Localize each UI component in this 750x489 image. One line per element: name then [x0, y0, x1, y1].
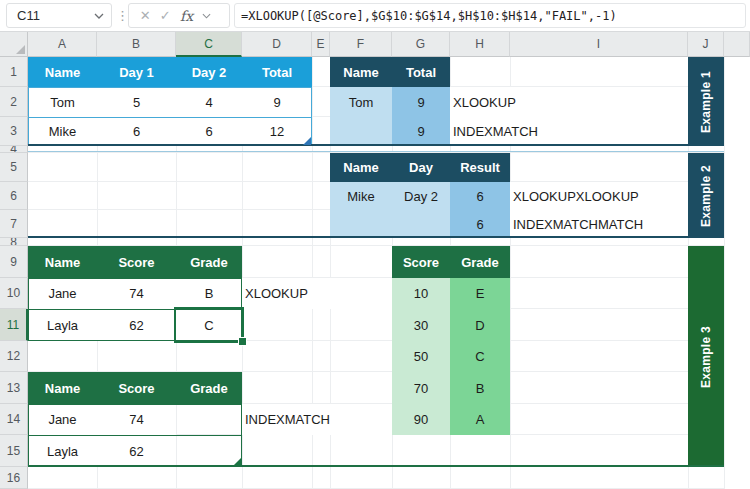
column-header-A[interactable]: A	[28, 32, 97, 57]
select-all-corner[interactable]	[0, 32, 28, 57]
column-header-G[interactable]: G	[392, 32, 450, 57]
column-header-H[interactable]: H	[450, 32, 510, 57]
cell-G12[interactable]: 50	[392, 341, 450, 372]
row-header-16[interactable]: 16	[0, 467, 28, 489]
cell-A13[interactable]: Name	[28, 372, 97, 404]
cell-G5[interactable]: Day	[392, 153, 450, 182]
chevron-down-icon[interactable]	[94, 13, 104, 19]
cell-J5[interactable]: Example 2	[688, 153, 724, 238]
cell-H10[interactable]: E	[450, 278, 510, 309]
cell-H7[interactable]: 6	[450, 210, 510, 238]
cell-F5[interactable]: Name	[330, 153, 392, 182]
cell-G13[interactable]: 70	[392, 372, 450, 404]
cell-B9[interactable]: Score	[97, 246, 176, 278]
cell-A3[interactable]: Mike	[28, 117, 97, 146]
cell-G7[interactable]	[392, 210, 450, 238]
column-header-F[interactable]: F	[330, 32, 392, 57]
cell-A15[interactable]: Layla	[28, 435, 97, 467]
cell-H13[interactable]: B	[450, 372, 510, 404]
row-header-9[interactable]: 9	[0, 246, 28, 278]
cell-G2[interactable]: 9	[392, 87, 450, 117]
confirm-icon[interactable]: ✓	[160, 8, 171, 23]
cell-H2[interactable]: XLOOKUP	[450, 87, 688, 117]
row-header-13[interactable]: 13	[0, 372, 28, 404]
cell-F6[interactable]: Mike	[330, 182, 392, 210]
cell-C13[interactable]: Grade	[176, 372, 242, 404]
cell-C9[interactable]: Grade	[176, 246, 242, 278]
cell-D14[interactable]: INDEXMATCH	[242, 404, 392, 435]
cell-G1[interactable]: Total	[392, 57, 450, 87]
cell-B14[interactable]: 74	[97, 404, 176, 435]
cell-D1[interactable]: Total	[242, 57, 312, 87]
cell-B10[interactable]: 74	[97, 278, 176, 309]
cell-D10[interactable]: XLOOKUP	[242, 278, 392, 309]
cell-B3[interactable]: 6	[97, 117, 176, 146]
cell-C2[interactable]: 4	[176, 87, 242, 117]
cell-B13[interactable]: Score	[97, 372, 176, 404]
cell-F1[interactable]: Name	[330, 57, 392, 87]
cell-H6[interactable]: 6	[450, 182, 510, 210]
cell-G6[interactable]: Day 2	[392, 182, 450, 210]
column-header-I[interactable]: I	[510, 32, 688, 57]
column-header-E[interactable]: E	[312, 32, 330, 57]
cancel-icon[interactable]: ✕	[140, 8, 151, 23]
cell-A14[interactable]: Jane	[28, 404, 97, 435]
row-header-7[interactable]: 7	[0, 210, 28, 238]
cell-C10[interactable]: B	[176, 278, 242, 309]
cell-F7[interactable]	[330, 210, 392, 238]
cell-H11[interactable]: D	[450, 309, 510, 341]
cell-G11[interactable]: 30	[392, 309, 450, 341]
cell-G9[interactable]: Score	[392, 246, 450, 278]
cell-H12[interactable]: C	[450, 341, 510, 372]
cell-B1[interactable]: Day 1	[97, 57, 176, 87]
column-header-B[interactable]: B	[97, 32, 176, 57]
cell-G10[interactable]: 10	[392, 278, 450, 309]
cell-A11[interactable]: Layla	[28, 309, 97, 341]
cell-F3[interactable]	[330, 117, 392, 146]
row-header-8[interactable]: 8	[0, 238, 28, 246]
row-header-14[interactable]: 14	[0, 404, 28, 435]
cell-H9[interactable]: Grade	[450, 246, 510, 278]
cell-A2[interactable]: Tom	[28, 87, 97, 117]
cell-B2[interactable]: 5	[97, 87, 176, 117]
cell-G3[interactable]: 9	[392, 117, 450, 146]
cell-A1[interactable]: Name	[28, 57, 97, 87]
cell-D2[interactable]: 9	[242, 87, 312, 117]
row-header-2[interactable]: 2	[0, 87, 28, 117]
row-header-11[interactable]: 11	[0, 309, 28, 341]
fill-handle[interactable]	[238, 337, 247, 346]
cell-J1[interactable]: Example 1	[688, 57, 724, 146]
cell-H14[interactable]: A	[450, 404, 510, 435]
cell-B11[interactable]: 62	[97, 309, 176, 341]
cell-I6[interactable]: XLOOKUPXLOOKUP	[510, 182, 688, 210]
formula-input[interactable]: =XLOOKUP([@Score],$G$10:$G$14,$H$10:$H$1…	[234, 3, 746, 28]
cell-I7[interactable]: INDEXMATCHMATCH	[510, 210, 688, 238]
cell-C3[interactable]: 6	[176, 117, 242, 146]
column-header-C[interactable]: C	[176, 32, 242, 57]
row-header-6[interactable]: 6	[0, 182, 28, 210]
row-header-1[interactable]: 1	[0, 57, 28, 87]
row-header-3[interactable]: 3	[0, 117, 28, 146]
row-header-10[interactable]: 10	[0, 278, 28, 309]
name-box[interactable]: C11	[6, 3, 112, 28]
table-resize-handle[interactable]	[303, 137, 311, 145]
row-header-15[interactable]: 15	[0, 435, 28, 467]
cell-H3[interactable]: INDEXMATCH	[450, 117, 688, 146]
row-header-12[interactable]: 12	[0, 341, 28, 372]
cell-H5[interactable]: Result	[450, 153, 510, 182]
column-header-J[interactable]: J	[688, 32, 724, 57]
cell-A9[interactable]: Name	[28, 246, 97, 278]
cell-A10[interactable]: Jane	[28, 278, 97, 309]
insert-function-icon[interactable]: fx	[180, 8, 193, 24]
cell-C1[interactable]: Day 2	[176, 57, 242, 87]
cell-D3[interactable]: 12	[242, 117, 312, 146]
chevron-down-icon[interactable]	[202, 13, 211, 19]
column-header-D[interactable]: D	[242, 32, 312, 57]
cell-G14[interactable]: 90	[392, 404, 450, 435]
cell-J9[interactable]: Example 3	[688, 246, 724, 467]
row-header-5[interactable]: 5	[0, 153, 28, 182]
cell-F2[interactable]: Tom	[330, 87, 392, 117]
cell-B15[interactable]: 62	[97, 435, 176, 467]
table-resize-handle[interactable]	[233, 458, 241, 466]
row-header-4[interactable]: 4	[0, 146, 28, 153]
